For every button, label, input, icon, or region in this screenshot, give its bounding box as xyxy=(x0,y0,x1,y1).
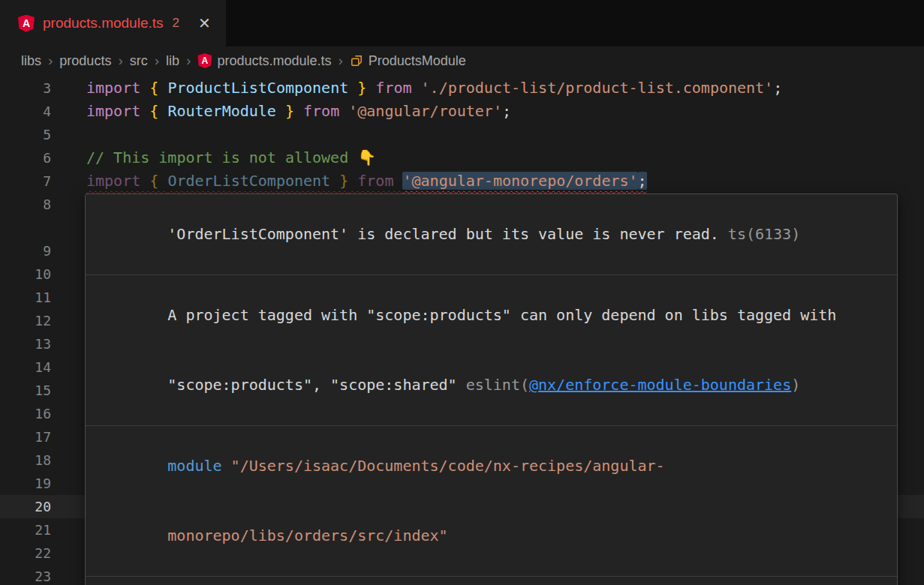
chevron-separator-icon: › xyxy=(338,52,342,69)
token: // This import is not allowed xyxy=(86,148,357,166)
breadcrumb-item[interactable]: Aproducts.module.ts xyxy=(197,53,331,69)
tab-products-module[interactable]: A products.module.ts 2 ✕ xyxy=(0,0,226,46)
token: } xyxy=(330,172,348,190)
tab-problems-badge: 2 xyxy=(173,16,179,31)
line-number[interactable]: 9 xyxy=(0,239,51,262)
line-number[interactable]: 15 xyxy=(0,379,51,402)
eslint-source-open: eslint( xyxy=(466,376,529,394)
eslint-rule-link[interactable]: @nx/enforce-module-boundaries xyxy=(529,376,791,394)
line-number[interactable]: 16 xyxy=(0,402,51,425)
eslint-message-line2: "scope:products", "scope:shared" xyxy=(167,376,465,394)
line-number[interactable]: 10 xyxy=(0,262,51,286)
module-keyword: module xyxy=(167,457,221,475)
token: RouterModule xyxy=(167,102,276,120)
tab-bar: A products.module.ts 2 ✕ xyxy=(0,0,924,46)
token: 👇 xyxy=(357,148,376,166)
hover-popup: 'OrderListComponent' is declared but its… xyxy=(85,194,898,585)
breadcrumb-label: libs xyxy=(21,53,41,69)
line-number[interactable]: 3 xyxy=(0,76,51,100)
token: { xyxy=(149,172,167,190)
token: from xyxy=(294,102,348,120)
token: ; xyxy=(638,172,647,190)
editor-row: 6// This import is not allowed 👇 xyxy=(0,146,924,170)
line-number[interactable]: 8 xyxy=(0,193,51,239)
eslint-source-close: ) xyxy=(791,376,800,394)
code-editor: 3import { ProductListComponent } from '.… xyxy=(0,75,924,585)
token: } xyxy=(276,102,294,120)
breadcrumb-label: ProductsModule xyxy=(369,53,466,69)
breadcrumb-item[interactable]: products xyxy=(59,53,111,69)
line-number[interactable]: 4 xyxy=(0,100,51,123)
editor-row: 4import { RouterModule } from '@angular/… xyxy=(0,100,924,123)
token: { xyxy=(149,79,167,97)
breadcrumb-label: src xyxy=(130,53,148,69)
token: import xyxy=(86,172,149,190)
token: ProductListComponent xyxy=(167,79,348,97)
chevron-separator-icon: › xyxy=(48,52,53,69)
breadcrumb-item[interactable]: lib xyxy=(166,53,179,69)
breadcrumb-item[interactable]: src xyxy=(130,53,148,69)
token: ; xyxy=(502,102,511,120)
line-number[interactable]: 21 xyxy=(0,518,51,542)
token: from xyxy=(348,172,402,190)
token: OrderListComponent xyxy=(167,172,330,190)
line-number[interactable]: 19 xyxy=(0,472,51,495)
breadcrumb-label: products.module.ts xyxy=(217,53,331,69)
code-line[interactable]: import { OrderListComponent } from '@ang… xyxy=(86,170,924,193)
angular-icon: A xyxy=(18,15,35,32)
line-number[interactable]: 12 xyxy=(0,309,51,332)
line-number[interactable]: 18 xyxy=(0,448,51,472)
error-squiggle: import { OrderListComponent } from '@ang… xyxy=(86,172,647,190)
module-path-line2: monorepo/libs/orders/src/index" xyxy=(167,526,447,544)
line-number[interactable]: 7 xyxy=(0,170,51,193)
breadcrumb-label: products xyxy=(59,53,111,69)
diagnostic-ts: 'OrderListComponent' is declared but its… xyxy=(86,194,897,275)
editor-row: 5 xyxy=(0,123,924,146)
close-icon[interactable]: ✕ xyxy=(198,16,211,31)
line-number[interactable]: 17 xyxy=(0,425,51,448)
breadcrumb: libs›products›src›lib›Aproducts.module.t… xyxy=(0,46,924,75)
line-number[interactable]: 5 xyxy=(0,123,51,146)
line-number[interactable]: 6 xyxy=(0,146,51,170)
token: './product-list/product-list.component' xyxy=(421,79,774,97)
token: ; xyxy=(773,79,782,97)
diagnostic-message: 'OrderListComponent' is declared but its… xyxy=(167,225,719,243)
module-path-line1: "/Users/isaac/Documents/code/nx-recipes/… xyxy=(222,457,665,475)
line-number[interactable]: 11 xyxy=(0,286,51,309)
token: import xyxy=(86,79,149,97)
token: } xyxy=(348,79,366,97)
code-line[interactable] xyxy=(86,123,924,146)
diagnostic-eslint: A project tagged with "scope:products" c… xyxy=(86,275,897,426)
breadcrumb-item[interactable]: ProductsModule xyxy=(350,53,466,69)
chevron-separator-icon: › xyxy=(155,52,159,69)
class-symbol-icon xyxy=(350,54,363,68)
angular-icon: A xyxy=(197,53,212,68)
code-line[interactable]: import { ProductListComponent } from './… xyxy=(86,76,924,100)
breadcrumb-item[interactable]: libs xyxy=(21,53,41,69)
token: from xyxy=(366,79,420,97)
token: '@angular/router' xyxy=(348,102,502,120)
breadcrumb-label: lib xyxy=(166,53,179,69)
token: import xyxy=(86,102,149,120)
line-number[interactable]: 20 xyxy=(0,495,51,518)
chevron-separator-icon: › xyxy=(186,52,191,69)
line-number[interactable]: 13 xyxy=(0,332,51,356)
module-code-block: module "/Users/isaac/Documents/code/nx-r… xyxy=(86,426,897,577)
chevron-separator-icon: › xyxy=(118,52,122,69)
diagnostic-source: ts(6133) xyxy=(728,225,800,243)
line-number[interactable]: 23 xyxy=(0,565,51,585)
eslint-message-line1: A project tagged with "scope:products" c… xyxy=(167,306,836,324)
token: '@angular-monorepo/orders' xyxy=(402,172,637,190)
editor-row: 7import { OrderListComponent } from '@an… xyxy=(0,170,924,193)
token: { xyxy=(149,102,167,120)
line-number[interactable]: 22 xyxy=(0,542,51,565)
code-line[interactable]: import { RouterModule } from '@angular/r… xyxy=(86,100,924,123)
hover-actions: View Problem (⌥F8) Quick Fix... (⌘.) xyxy=(86,577,897,585)
tab-title: products.module.ts xyxy=(43,15,164,32)
editor-row: 3import { ProductListComponent } from '.… xyxy=(0,76,924,100)
code-line[interactable]: // This import is not allowed 👇 xyxy=(86,146,924,170)
line-number[interactable]: 14 xyxy=(0,356,51,379)
